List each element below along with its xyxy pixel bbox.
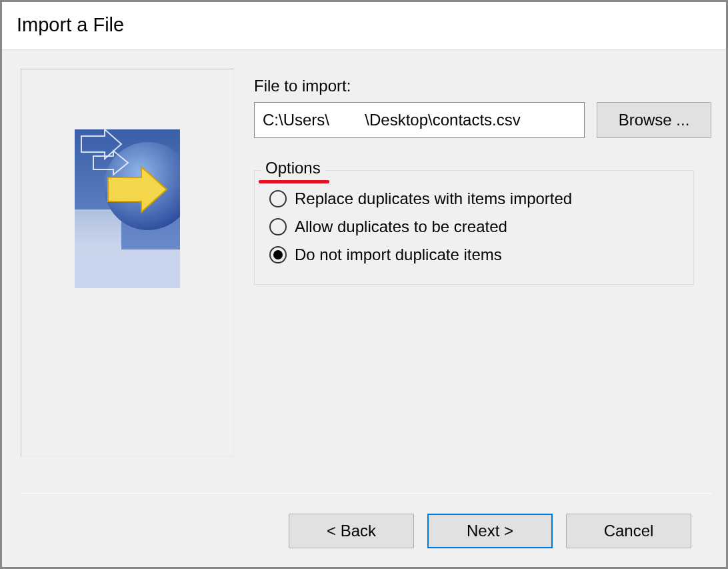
browse-button[interactable]: Browse ... [597, 102, 711, 138]
file-path-input[interactable] [254, 102, 585, 138]
import-file-dialog: Import a File [1, 1, 727, 568]
radio-icon [269, 190, 287, 207]
dialog-content: File to import: Browse ... Options Repla… [2, 49, 726, 567]
annotation-underline [259, 180, 329, 183]
radio-replace-duplicates[interactable]: Replace duplicates with items imported [269, 189, 679, 208]
radio-label: Do not import duplicate items [295, 245, 502, 264]
options-groupbox: Options Replace duplicates with items im… [254, 170, 694, 285]
file-input-row: Browse ... [254, 102, 711, 138]
dialog-button-row: < Back Next > Cancel [21, 514, 711, 567]
radio-do-not-import-duplicates[interactable]: Do not import duplicate items [269, 245, 679, 264]
main-row: File to import: Browse ... Options Repla… [21, 69, 711, 493]
next-button[interactable]: Next > [427, 514, 553, 548]
wizard-image-panel [21, 69, 234, 457]
radio-icon [269, 246, 287, 263]
radio-allow-duplicates[interactable]: Allow duplicates to be created [269, 217, 679, 236]
svg-rect-2 [75, 249, 180, 288]
form-panel: File to import: Browse ... Options Repla… [254, 69, 711, 493]
dialog-title: Import a File [2, 2, 726, 49]
cancel-button[interactable]: Cancel [566, 514, 691, 548]
back-button[interactable]: < Back [289, 514, 414, 548]
radio-label: Replace duplicates with items imported [295, 189, 572, 208]
radio-label: Allow duplicates to be created [295, 217, 507, 236]
options-legend: Options [261, 159, 325, 177]
button-separator [21, 493, 711, 494]
file-to-import-label: File to import: [254, 77, 711, 95]
radio-icon [269, 218, 287, 235]
import-arrows-icon [75, 129, 180, 288]
